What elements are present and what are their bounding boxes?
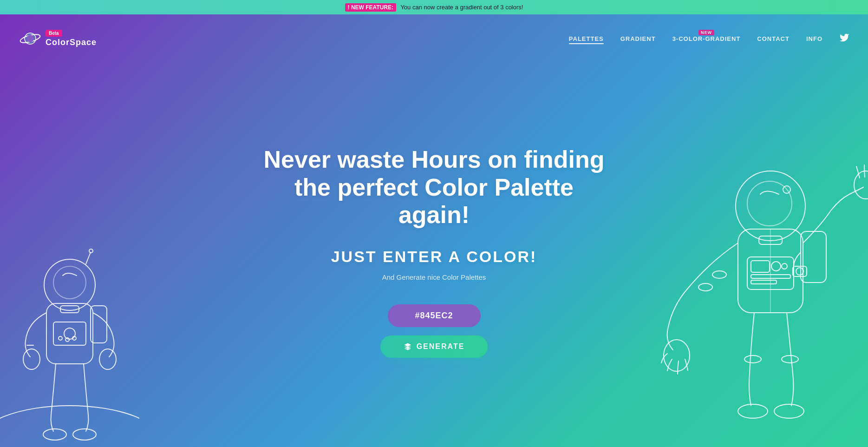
hero-subtitle: JUST ENTER A COLOR! bbox=[260, 248, 608, 266]
svg-point-6 bbox=[53, 266, 86, 299]
generate-button[interactable]: GENERATE bbox=[380, 335, 488, 358]
svg-point-28 bbox=[774, 404, 804, 418]
generate-icon bbox=[404, 342, 412, 351]
logo-text-wrap: Beta ColorSpace bbox=[46, 30, 97, 47]
svg-point-37 bbox=[796, 268, 803, 275]
svg-rect-35 bbox=[751, 280, 777, 284]
svg-point-40 bbox=[744, 355, 761, 363]
astronaut-left bbox=[0, 173, 139, 447]
nav-info[interactable]: INFO bbox=[806, 35, 822, 42]
logo-name: ColorSpace bbox=[46, 38, 97, 47]
hero-title: Never waste Hours on finding the perfect… bbox=[260, 146, 608, 229]
logo-area[interactable]: Beta ColorSpace bbox=[19, 29, 97, 48]
color-input[interactable] bbox=[388, 304, 481, 327]
svg-point-33 bbox=[782, 263, 787, 269]
svg-point-39 bbox=[698, 283, 712, 291]
navbar: Beta ColorSpace PALETTES GRADIENT NEW 3-… bbox=[0, 29, 868, 48]
svg-point-14 bbox=[64, 328, 75, 339]
svg-rect-29 bbox=[801, 231, 826, 283]
svg-point-9 bbox=[99, 349, 116, 369]
svg-rect-31 bbox=[751, 261, 770, 272]
svg-point-5 bbox=[44, 259, 95, 310]
astronaut-right bbox=[645, 145, 868, 447]
svg-point-20 bbox=[89, 249, 93, 253]
svg-point-3 bbox=[0, 406, 139, 447]
generate-label: GENERATE bbox=[417, 342, 465, 351]
svg-point-41 bbox=[782, 355, 798, 363]
nav-3-color-gradient[interactable]: NEW 3-COLOR-GRADIENT bbox=[672, 35, 741, 42]
svg-point-11 bbox=[73, 429, 96, 440]
hero-description: And Generate nice Color Palettes bbox=[260, 273, 608, 281]
logo-icon bbox=[19, 29, 42, 48]
svg-point-8 bbox=[23, 349, 40, 369]
beta-badge: Beta bbox=[46, 30, 62, 37]
svg-point-38 bbox=[712, 271, 726, 278]
new-nav-badge: NEW bbox=[698, 30, 714, 35]
svg-point-2 bbox=[26, 35, 34, 42]
new-feature-badge: ! NEW FEATURE: bbox=[345, 3, 396, 12]
hero-section: Beta ColorSpace PALETTES GRADIENT NEW 3-… bbox=[0, 14, 868, 447]
hero-content: Never waste Hours on finding the perfect… bbox=[260, 146, 608, 358]
nav-palettes[interactable]: PALETTES bbox=[569, 35, 604, 42]
svg-point-15 bbox=[59, 336, 62, 340]
nav-links: PALETTES GRADIENT NEW 3-COLOR-GRADIENT C… bbox=[569, 33, 849, 45]
color-input-wrap: GENERATE bbox=[260, 304, 608, 358]
announcement-text: You can now create a gradient out of 3 c… bbox=[400, 4, 523, 11]
svg-point-26 bbox=[854, 171, 868, 199]
svg-rect-13 bbox=[53, 322, 86, 345]
twitter-icon[interactable] bbox=[839, 33, 849, 45]
svg-point-25 bbox=[664, 340, 690, 371]
svg-line-19 bbox=[86, 252, 91, 264]
svg-point-27 bbox=[738, 404, 768, 418]
svg-point-23 bbox=[747, 181, 792, 226]
nav-contact[interactable]: CONTACT bbox=[757, 35, 790, 42]
nav-gradient[interactable]: GRADIENT bbox=[620, 35, 656, 42]
svg-point-10 bbox=[43, 429, 66, 440]
svg-point-32 bbox=[771, 262, 781, 271]
announcement-bar: ! NEW FEATURE: You can now create a grad… bbox=[0, 0, 868, 14]
